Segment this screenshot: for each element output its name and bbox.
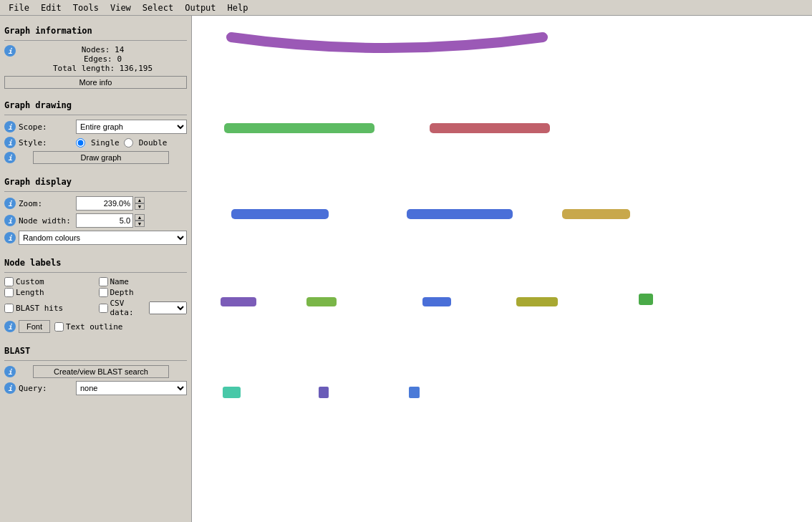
font-controls: Font Text outline	[19, 320, 123, 333]
style-double-radio[interactable]	[124, 138, 133, 148]
node-blue-tiny[interactable]	[409, 387, 420, 398]
menu-edit[interactable]: Edit	[35, 1, 67, 14]
create-view-blast-button[interactable]: Create/view BLAST search	[33, 365, 169, 378]
text-outline-checkbox-item: Text outline	[54, 322, 122, 332]
graph-canvas-area[interactable]	[192, 16, 812, 522]
blast-btn-row: i Create/view BLAST search	[4, 365, 187, 378]
node-width-spinner: ▲ ▼	[76, 213, 145, 228]
style-double-label: Double	[139, 138, 168, 148]
zoom-down-button[interactable]: ▼	[135, 203, 145, 210]
node-red-1[interactable]	[430, 123, 550, 133]
style-single-label: Single	[91, 138, 120, 148]
node-labels-title: Node labels	[4, 258, 187, 268]
info-icon-nodewidth[interactable]: i	[4, 215, 16, 226]
colour-row: i Random colours Uniform colour BLAST hi…	[4, 231, 187, 245]
info-icon-scope[interactable]: i	[4, 121, 16, 132]
node-tan-1[interactable]	[562, 209, 630, 219]
graph-info-text: Nodes: 14 Edges: 0 Total length: 136,195	[19, 45, 187, 73]
node-width-label: Node width:	[19, 216, 76, 226]
checkbox-blast-hits: BLAST hits	[4, 299, 93, 317]
menu-tools[interactable]: Tools	[67, 1, 105, 14]
menu-output[interactable]: Output	[179, 1, 221, 14]
csv-data-label: CSV data:	[110, 299, 148, 317]
node-purple-curve[interactable]	[231, 37, 543, 48]
node-green-1[interactable]	[224, 123, 374, 133]
graph-info-section: i Nodes: 14 Edges: 0 Total length: 136,1…	[4, 45, 187, 73]
style-single-radio[interactable]	[76, 138, 85, 148]
query-select[interactable]: none	[76, 381, 187, 395]
scope-label: Scope:	[19, 122, 76, 132]
zoom-up-button[interactable]: ▲	[135, 197, 145, 203]
total-length-value: 136,195	[120, 64, 153, 73]
info-icon-font[interactable]: i	[4, 321, 16, 332]
zoom-arrows: ▲ ▼	[135, 197, 145, 210]
depth-label: Depth	[110, 288, 134, 297]
node-width-down-button[interactable]: ▼	[135, 221, 145, 227]
font-row: i Font Text outline	[4, 320, 187, 333]
custom-label: Custom	[16, 277, 44, 286]
node-green-tiny[interactable]	[639, 294, 653, 305]
nodes-value: 14	[115, 45, 124, 54]
style-row: i Style: Single Double	[4, 137, 187, 148]
more-info-button[interactable]: More info	[4, 76, 187, 89]
node-yellow-small[interactable]	[516, 297, 558, 306]
info-icon-colour[interactable]: i	[4, 232, 16, 243]
nodes-label: Nodes:	[82, 45, 110, 54]
zoom-row: i Zoom: 239.0% ▲ ▼	[4, 196, 187, 211]
csv-data-checkbox[interactable]	[99, 304, 108, 313]
info-icon-graph[interactable]: i	[4, 45, 16, 57]
query-label: Query:	[19, 384, 76, 393]
menu-file[interactable]: File	[3, 1, 35, 14]
graph-information-title: Graph information	[4, 26, 187, 36]
node-width-input[interactable]	[76, 213, 133, 228]
name-label: Name	[110, 277, 130, 286]
node-teal-tiny[interactable]	[223, 387, 241, 398]
style-radio-group: Single Double	[76, 138, 168, 148]
depth-checkbox[interactable]	[99, 288, 108, 297]
style-label: Style:	[19, 138, 76, 148]
menu-view[interactable]: View	[105, 1, 137, 14]
graph-drawing-title: Graph drawing	[4, 100, 187, 110]
checkbox-csv-data: CSV data:	[99, 299, 188, 317]
info-icon-query[interactable]: i	[4, 382, 16, 394]
total-length-label: Total length:	[53, 64, 115, 73]
csv-data-select[interactable]	[149, 301, 187, 314]
node-width-up-button[interactable]: ▲	[135, 214, 145, 221]
info-icon-draw[interactable]: i	[4, 152, 16, 163]
custom-checkbox[interactable]	[4, 277, 14, 286]
node-blue-1[interactable]	[231, 209, 329, 219]
info-icon-blast[interactable]: i	[4, 366, 16, 377]
node-green-small[interactable]	[306, 297, 337, 306]
scope-select[interactable]: Entire graph Around selected nodes	[76, 120, 187, 134]
colour-select[interactable]: Random colours Uniform colour BLAST hits	[19, 231, 187, 245]
menu-help[interactable]: Help	[222, 1, 254, 14]
blast-hits-checkbox[interactable]	[4, 304, 14, 313]
text-outline-label: Text outline	[66, 322, 122, 332]
scope-row: i Scope: Entire graph Around selected no…	[4, 120, 187, 134]
font-button[interactable]: Font	[19, 320, 50, 333]
edges-value: 0	[117, 54, 122, 64]
zoom-label: Zoom:	[19, 199, 76, 208]
node-purple-tiny[interactable]	[319, 387, 329, 398]
node-blue-small[interactable]	[422, 297, 451, 306]
node-purple-small[interactable]	[221, 297, 256, 306]
graph-svg	[192, 16, 812, 522]
checkbox-name: Name	[99, 277, 188, 286]
zoom-input[interactable]: 239.0%	[76, 196, 133, 211]
draw-graph-button[interactable]: Draw graph	[33, 151, 169, 164]
checkbox-depth: Depth	[99, 288, 188, 297]
divider-2	[4, 115, 187, 115]
main-layout: Graph information i Nodes: 14 Edges: 0 T…	[0, 16, 812, 522]
info-icon-zoom[interactable]: i	[4, 198, 16, 209]
length-label: Length	[16, 288, 44, 297]
info-icon-style[interactable]: i	[4, 137, 16, 148]
zoom-spinner: 239.0% ▲ ▼	[76, 196, 145, 211]
checkbox-custom: Custom	[4, 277, 93, 286]
text-outline-checkbox[interactable]	[54, 322, 64, 332]
length-checkbox[interactable]	[4, 288, 14, 297]
name-checkbox[interactable]	[99, 277, 108, 286]
menu-select[interactable]: Select	[137, 1, 179, 14]
node-blue-2[interactable]	[407, 209, 513, 219]
node-labels-grid: Custom Name Length Depth BLAST hits CSV …	[4, 277, 187, 317]
blast-title: BLAST	[4, 346, 187, 356]
